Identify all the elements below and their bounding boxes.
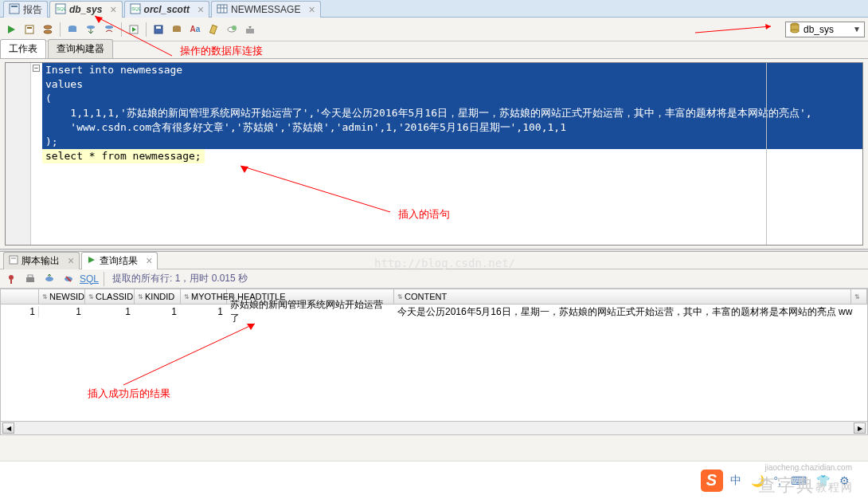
cell-classid: 1 [85, 306, 135, 317]
sql-line: 1,1,1,1,'苏姑娘的新闻管理系统网站开始运营了','今天是公历2016年5… [42, 106, 862, 120]
chevron-down-icon: ▼ [853, 25, 861, 33]
find-button[interactable]: Aa [187, 22, 203, 37]
tab-label: 查询结果 [100, 254, 138, 268]
autotrace-button[interactable] [65, 22, 80, 37]
sogou-logo-icon: S [701, 470, 723, 492]
scroll-left-icon[interactable]: ◀ [2, 422, 14, 434]
annotation-conn: 操作的数据库连接 [180, 44, 263, 58]
close-icon[interactable]: × [146, 255, 152, 266]
ime-icon[interactable]: 中 [728, 473, 744, 488]
connection-selector[interactable]: db_sys ▼ [785, 22, 865, 37]
connection-label: db_sys [803, 24, 850, 35]
close-icon[interactable]: × [110, 4, 116, 15]
stop-button[interactable] [61, 271, 76, 287]
sort-icon: ⇅ [397, 293, 403, 301]
editor-gutter [6, 63, 31, 245]
explain-button[interactable] [40, 22, 56, 37]
tab-query-result[interactable]: 查询结果 × [81, 252, 158, 269]
svg-rect-28 [246, 29, 254, 33]
close-icon[interactable]: × [197, 4, 204, 15]
cell-rownum: 1 [1, 306, 39, 317]
sort-icon: ⇅ [184, 293, 190, 301]
sort-icon: ⇅ [138, 293, 143, 301]
rollback-button[interactable] [101, 22, 117, 37]
sql-link[interactable]: SQL [80, 273, 99, 285]
col-content[interactable]: ⇅CONTENT [394, 289, 851, 304]
history-button[interactable] [224, 22, 240, 37]
svg-rect-1 [11, 6, 18, 7]
svg-rect-12 [27, 27, 32, 29]
format-button[interactable] [242, 22, 258, 37]
document-tab-bar: 报告 SQL db_sys × SQL orcl_scott × NEWMESS… [0, 0, 868, 18]
col-myother[interactable]: ⇅MYOTHER [181, 289, 227, 304]
tab-report[interactable]: 报告 [3, 1, 48, 18]
horizontal-scrollbar[interactable]: ◀ ▶ [1, 421, 867, 434]
svg-text:SQL: SQL [57, 6, 66, 11]
col-kindid[interactable]: ⇅KINDID [135, 289, 181, 304]
sql-line: ( [42, 92, 862, 106]
clear-button[interactable] [205, 22, 221, 37]
result-grid[interactable]: ⇅NEWSID ⇅CLASSID ⇅KINDID ⇅MYOTHER ⇅HEADT… [0, 289, 868, 435]
separator [121, 22, 122, 37]
annotation-result: 插入成功后的结果 [88, 387, 170, 401]
col-rownum[interactable] [1, 289, 39, 304]
tab-query-builder[interactable]: 查询构建器 [48, 39, 113, 58]
pin-button[interactable] [3, 271, 19, 287]
brand-watermark: 查字典教程网 [758, 473, 854, 497]
unshared-button[interactable] [126, 22, 142, 37]
col-classid[interactable]: ⇅CLASSID [85, 289, 135, 304]
svg-rect-43 [26, 277, 34, 282]
svg-marker-10 [8, 26, 15, 33]
tab-orcl-scott[interactable]: SQL orcl_scott × [124, 1, 210, 18]
tab-script-output[interactable]: 脚本输出 × [3, 252, 80, 269]
worksheet-tab-bar: 工作表 查询构建器 操作的数据库连接 [0, 41, 868, 59]
tab-label: orcl_scott [144, 4, 190, 15]
table-row[interactable]: 1 1 1 1 1 苏姑娘的新闻管理系统网站开始运营了 今天是公历2016年5月… [1, 305, 867, 319]
svg-rect-22 [156, 26, 161, 29]
tab-worksheet[interactable]: 工作表 [0, 39, 46, 58]
svg-point-33 [791, 29, 799, 33]
print-result-button[interactable] [22, 271, 38, 287]
separator [104, 272, 104, 286]
sql-line: 'www.csdn.com含有很多好文章','苏姑娘','苏姑娘','admin… [42, 120, 862, 135]
commit-button[interactable] [83, 22, 99, 37]
svg-rect-25 [209, 25, 217, 33]
report-icon [9, 3, 20, 17]
run-icon [87, 255, 96, 267]
sort-icon: ⇅ [88, 293, 94, 301]
svg-point-13 [44, 26, 52, 29]
main-toolbar: Aa db_sys ▼ [0, 18, 868, 41]
cell-newsid: 1 [39, 306, 85, 317]
refresh-button[interactable] [41, 271, 57, 287]
save-button[interactable] [151, 22, 166, 37]
svg-rect-24 [173, 27, 181, 32]
result-status: 提取的所有行: 1，用时 0.015 秒 [112, 272, 248, 285]
cell-headtitle: 苏姑娘的新闻管理系统网站开始运营了 [227, 298, 394, 325]
tab-newmessage[interactable]: NEWMESSAGE × [211, 1, 321, 18]
annotation-insert-stmt: 插入的语句 [398, 207, 450, 222]
cell-kindid: 1 [135, 306, 181, 317]
table-icon [217, 3, 228, 17]
sort-icon: ⇅ [854, 293, 860, 301]
result-toolbar: SQL 提取的所有行: 1，用时 0.015 秒 [0, 269, 868, 289]
scroll-right-icon[interactable]: ▶ [854, 422, 866, 434]
tab-db-sys[interactable]: SQL db_sys × [49, 1, 123, 18]
tab-label: db_sys [69, 4, 102, 15]
run-button[interactable] [3, 22, 19, 37]
svg-rect-6 [217, 5, 227, 13]
col-more[interactable]: ⇅ [851, 289, 867, 304]
sql-line: values [42, 77, 862, 92]
tab-label: NEWMESSAGE [231, 4, 300, 15]
svg-point-18 [105, 26, 113, 29]
print-button[interactable] [169, 22, 185, 37]
separator [60, 22, 61, 37]
close-icon[interactable]: × [308, 4, 315, 15]
sql-line: Insert into newmessage [42, 63, 862, 77]
col-newsid[interactable]: ⇅NEWSID [39, 289, 85, 304]
svg-point-45 [45, 277, 53, 281]
sql-icon: SQL [55, 3, 66, 17]
bottom-bar: S 中 🌙 °, ⌨ 👕 ⚙ [0, 461, 868, 499]
run-script-button[interactable] [22, 22, 37, 37]
svg-marker-30 [765, 24, 771, 29]
close-icon[interactable]: × [68, 255, 74, 266]
